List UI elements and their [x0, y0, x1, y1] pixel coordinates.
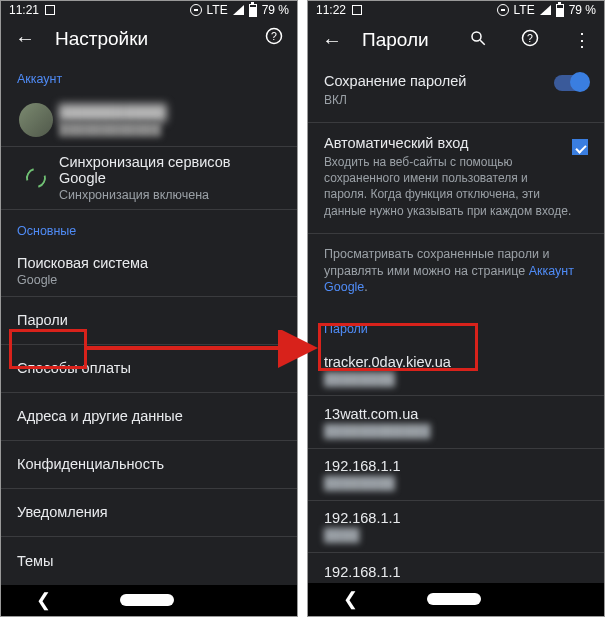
- themes-label: Темы: [17, 553, 54, 569]
- addresses-row[interactable]: Адреса и другие данные: [1, 393, 297, 441]
- password-item[interactable]: 13watt.com.ua ████████████: [308, 396, 604, 448]
- auto-title: Автоматический вход: [324, 135, 572, 151]
- passwords-label: Пароли: [17, 312, 68, 328]
- sync-sub: Синхронизация включена: [59, 188, 281, 202]
- privacy-label: Конфиденциальность: [17, 456, 164, 472]
- highlight-passwords: [9, 329, 87, 369]
- svg-line-3: [480, 40, 485, 45]
- phone-right: 11:22 LTE 79 % ← Пароли ? ⋮: [307, 0, 605, 617]
- account-email: ████████████: [59, 122, 281, 136]
- info-paragraph: Просматривать сохраненные пароли и управ…: [308, 234, 604, 309]
- sync-icon: [22, 164, 49, 191]
- help-icon[interactable]: ?: [521, 29, 539, 52]
- password-item[interactable]: 192.168.1.1 ████████: [308, 449, 604, 501]
- save-title: Сохранение паролей: [324, 73, 554, 89]
- info-text-b: .: [364, 280, 367, 294]
- nav-bar: ❮: [308, 583, 604, 616]
- site-label: 192.168.1.1: [324, 564, 588, 580]
- battery-icon: [249, 4, 257, 17]
- user-label: ████████: [324, 372, 588, 386]
- status-bar: 11:22 LTE 79 %: [308, 1, 604, 20]
- svg-point-2: [472, 32, 481, 41]
- nav-home-pill[interactable]: [427, 593, 481, 605]
- notification-icon: [45, 5, 55, 15]
- section-main: Основные: [1, 210, 297, 246]
- page-title: Пароли: [362, 29, 435, 51]
- status-net: LTE: [514, 3, 535, 17]
- battery-icon: [556, 4, 564, 17]
- nav-home-pill[interactable]: [120, 594, 174, 606]
- sync-row[interactable]: Синхронизация сервисов Google Синхрониза…: [1, 147, 297, 210]
- save-sub: ВКЛ: [324, 92, 554, 108]
- account-name: ██████████: [59, 104, 281, 120]
- highlight-tracker: [318, 323, 478, 371]
- search-icon[interactable]: [469, 29, 487, 52]
- app-bar: ← Пароли ? ⋮: [308, 20, 604, 61]
- alarm-icon: [190, 4, 202, 16]
- back-icon[interactable]: ←: [322, 29, 342, 52]
- search-title: Поисковая система: [17, 255, 281, 271]
- help-icon[interactable]: ?: [265, 27, 283, 50]
- status-time: 11:21: [9, 3, 39, 17]
- status-time: 11:22: [316, 3, 346, 17]
- user-label: ████: [324, 528, 588, 542]
- user-label: ████████: [324, 476, 588, 490]
- signal-icon: [540, 5, 551, 15]
- site-label: 192.168.1.1: [324, 510, 588, 526]
- nav-back-icon[interactable]: ❮: [343, 588, 358, 610]
- privacy-row[interactable]: Конфиденциальность: [1, 441, 297, 489]
- alarm-icon: [497, 4, 509, 16]
- save-switch[interactable]: [554, 75, 588, 91]
- site-label: 192.168.1.1: [324, 458, 588, 474]
- site-label: 13watt.com.ua: [324, 406, 588, 422]
- phone-left: 11:21 LTE 79 % ← Настройки ? Аккаунт ███…: [0, 0, 298, 617]
- back-icon[interactable]: ←: [15, 27, 35, 50]
- screenshot-frame: 11:21 LTE 79 % ← Настройки ? Аккаунт ███…: [0, 0, 605, 617]
- signal-icon: [233, 5, 244, 15]
- status-battery: 79 %: [262, 3, 289, 17]
- auto-signin-row[interactable]: Автоматический вход Входить на веб-сайты…: [308, 123, 604, 234]
- password-item[interactable]: 192.168.1.1 ████: [308, 501, 604, 553]
- notification-icon: [352, 5, 362, 15]
- user-label: ████████████: [324, 424, 588, 438]
- status-bar: 11:21 LTE 79 %: [1, 1, 297, 19]
- overflow-icon[interactable]: ⋮: [573, 29, 590, 51]
- status-battery: 79 %: [569, 3, 596, 17]
- auto-checkbox[interactable]: [572, 139, 588, 155]
- app-bar: ← Настройки ?: [1, 19, 297, 58]
- search-engine-row[interactable]: Поисковая система Google: [1, 246, 297, 297]
- page-title: Настройки: [55, 28, 231, 50]
- addresses-label: Адреса и другие данные: [17, 408, 183, 424]
- sync-title: Синхронизация сервисов Google: [59, 154, 281, 186]
- save-passwords-row[interactable]: Сохранение паролей ВКЛ: [308, 61, 604, 123]
- section-account: Аккаунт: [1, 58, 297, 94]
- nav-back-icon[interactable]: ❮: [36, 589, 51, 611]
- status-net: LTE: [207, 3, 228, 17]
- auto-desc: Входить на веб-сайты с помощью сохраненн…: [324, 154, 572, 219]
- search-sub: Google: [17, 273, 281, 287]
- themes-row[interactable]: Темы: [1, 537, 297, 585]
- password-item[interactable]: 192.168.1.1: [308, 553, 604, 583]
- nav-bar: ❮: [1, 585, 297, 617]
- notifications-label: Уведомления: [17, 504, 108, 520]
- notifications-row[interactable]: Уведомления: [1, 489, 297, 537]
- avatar: [19, 103, 53, 137]
- svg-text:?: ?: [271, 30, 277, 42]
- account-row[interactable]: ██████████ ████████████: [1, 94, 297, 147]
- info-text-a: Просматривать сохраненные пароли и управ…: [324, 247, 549, 278]
- svg-text:?: ?: [527, 32, 533, 44]
